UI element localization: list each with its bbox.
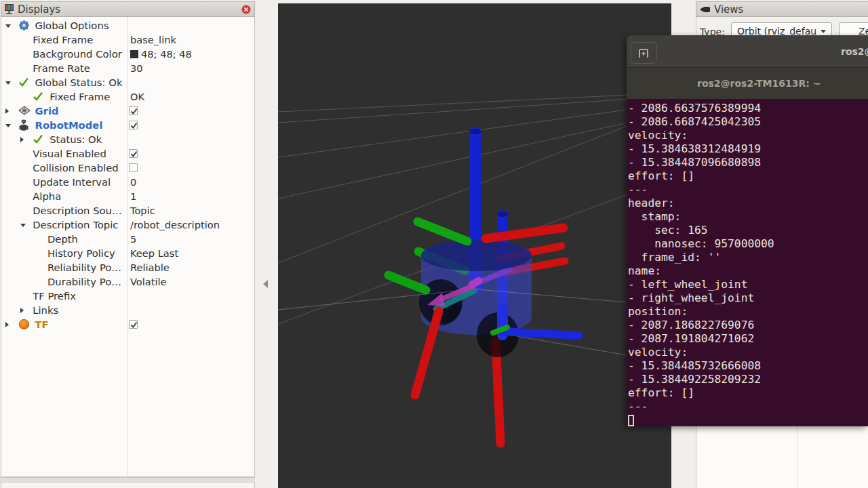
displays-row-global-options[interactable]: Global Options bbox=[1, 18, 254, 33]
terminal-tab-bar[interactable]: ros2@ros2-TM1613R: ~ bbox=[627, 68, 868, 99]
views-panel-icon bbox=[699, 5, 711, 14]
row-label: Fixed Frame bbox=[33, 33, 93, 47]
terminal-cursor bbox=[628, 415, 634, 426]
row-value[interactable]: Keep Last bbox=[130, 246, 178, 260]
expander-closed-icon[interactable] bbox=[20, 137, 24, 142]
row-value[interactable]: Reliable bbox=[130, 260, 170, 274]
terminal-line: effort: [] bbox=[628, 169, 868, 183]
checkbox-checked[interactable] bbox=[129, 320, 138, 329]
displays-row-durability-po-[interactable]: Durability Po…Volatile bbox=[1, 274, 254, 289]
row-label: TF bbox=[35, 317, 49, 331]
terminal-tab-label[interactable]: ros2@ros2-TM1613R: ~ bbox=[697, 68, 816, 99]
expander-closed-icon[interactable] bbox=[5, 322, 9, 327]
displays-row-alpha[interactable]: Alpha1 bbox=[1, 189, 254, 203]
terminal-header-bar[interactable]: ros2@ros2-TM1613R: ~ bbox=[627, 35, 868, 68]
row-value[interactable]: base_link bbox=[130, 33, 176, 47]
row-label: Durability Po… bbox=[47, 274, 121, 289]
terminal-line: - left_wheel_joint bbox=[628, 278, 868, 291]
expander-open-icon[interactable] bbox=[5, 24, 11, 28]
terminal-line: - 2086.6637576389994 bbox=[628, 102, 868, 115]
terminal-line: - 15.384487096680898 bbox=[628, 156, 868, 169]
row-label: Background Color bbox=[33, 47, 122, 61]
displays-row-links[interactable]: Links bbox=[1, 303, 254, 317]
3d-viewport[interactable] bbox=[278, 3, 671, 488]
terminal-line: - 2086.6687425042305 bbox=[628, 115, 868, 129]
terminal-line: sec: 165 bbox=[628, 224, 868, 237]
terminal-line: frame_id: '' bbox=[628, 251, 868, 264]
displays-bottom-splitter[interactable] bbox=[0, 477, 255, 483]
displays-row-update-interval[interactable]: Update Interval0 bbox=[1, 175, 254, 189]
row-label: Fixed Frame bbox=[50, 89, 110, 104]
displays-row-description-topic[interactable]: Description Topic/robot_description bbox=[1, 218, 254, 232]
displays-row-visual-enabled[interactable]: Visual Enabled bbox=[1, 146, 254, 161]
displays-row-background-color[interactable]: Background Color48; 48; 48 bbox=[1, 47, 254, 61]
displays-row-global-status-ok[interactable]: Global Status: Ok bbox=[1, 75, 254, 89]
displays-panel-close-button[interactable] bbox=[241, 5, 251, 14]
terminal-line: velocity: bbox=[628, 346, 868, 359]
expander-closed-icon[interactable] bbox=[5, 108, 9, 114]
panel-collapse-arrow-icon[interactable] bbox=[263, 280, 268, 288]
expander-closed-icon[interactable] bbox=[20, 308, 24, 313]
row-value[interactable]: 0 bbox=[130, 175, 136, 189]
terminal-line: position: bbox=[628, 305, 868, 319]
row-value[interactable]: 30 bbox=[130, 61, 143, 75]
views-panel-header[interactable]: Views bbox=[696, 1, 868, 17]
displays-row-reliability-po-[interactable]: Reliability Po…Reliable bbox=[1, 260, 254, 274]
row-value[interactable]: 5 bbox=[130, 232, 136, 246]
displays-row-fixed-frame[interactable]: Fixed Framebase_link bbox=[1, 33, 254, 47]
row-label: Depth bbox=[47, 232, 78, 246]
row-value[interactable]: OK bbox=[130, 89, 144, 104]
check-icon bbox=[18, 77, 30, 88]
expander-open-icon[interactable] bbox=[5, 81, 11, 85]
row-value[interactable]: 1 bbox=[130, 189, 136, 203]
row-label: Update Interval bbox=[33, 175, 111, 189]
displays-row-history-policy[interactable]: History PolicyKeep Last bbox=[1, 246, 254, 260]
displays-row-description-sou-[interactable]: Description Sou…Topic bbox=[1, 203, 254, 218]
row-value-color[interactable]: 48; 48; 48 bbox=[130, 47, 192, 61]
displays-row-tf-prefix[interactable]: TF Prefix bbox=[1, 289, 254, 303]
row-label: TF Prefix bbox=[33, 289, 76, 303]
row-label: Description Sou… bbox=[33, 203, 122, 218]
row-value[interactable]: Volatile bbox=[130, 274, 167, 289]
grid-icon bbox=[18, 105, 30, 117]
row-label: History Policy bbox=[47, 246, 115, 260]
row-value[interactable]: /robot_description bbox=[130, 218, 220, 232]
displays-panel-title: Displays bbox=[18, 3, 60, 16]
checkbox-checked[interactable] bbox=[129, 149, 138, 158]
expander-open-icon[interactable] bbox=[5, 124, 11, 127]
displays-row-status-ok[interactable]: Status: Ok bbox=[1, 132, 254, 146]
terminal-line: name: bbox=[628, 264, 868, 278]
displays-row-fixed-frame[interactable]: Fixed FrameOK bbox=[1, 89, 254, 104]
terminal-line: - right_wheel_joint bbox=[628, 291, 868, 305]
displays-panel: Displays Global OptionsFixed Framebase_l… bbox=[0, 0, 255, 488]
terminal-line: nanosec: 957000000 bbox=[628, 237, 868, 251]
row-value[interactable]: Topic bbox=[130, 203, 155, 218]
terminal-new-tab-button[interactable] bbox=[631, 42, 657, 64]
expander-open-icon[interactable] bbox=[20, 224, 26, 227]
terminal-line: --- bbox=[628, 183, 868, 197]
checkbox-checked[interactable] bbox=[129, 106, 138, 115]
checkbox-unchecked[interactable] bbox=[129, 163, 138, 172]
terminal-window[interactable]: ros2@ros2-TM1613R: ~ ros2@ros2-TM1613R: … bbox=[627, 35, 868, 426]
terminal-line: stamp: bbox=[628, 210, 868, 224]
displays-row-frame-rate[interactable]: Frame Rate30 bbox=[1, 61, 254, 75]
terminal-output[interactable]: - 2086.6637576389994- 2086.6687425042305… bbox=[627, 99, 868, 426]
row-label: Description Topic bbox=[33, 218, 118, 232]
displays-row-collision-enabled[interactable]: Collision Enabled bbox=[1, 161, 254, 175]
displays-panel-header[interactable]: Displays bbox=[1, 1, 255, 17]
terminal-window-title: ros2@ros2-TM1613R: ~ bbox=[841, 35, 868, 68]
row-label: Grid bbox=[35, 104, 59, 118]
terminal-line: header: bbox=[628, 197, 868, 210]
row-label: Visual Enabled bbox=[33, 146, 106, 161]
displays-row-depth[interactable]: Depth5 bbox=[1, 232, 254, 246]
row-label: Reliability Po… bbox=[47, 260, 121, 274]
check-icon bbox=[33, 134, 44, 145]
displays-row-tf[interactable]: TF bbox=[1, 317, 254, 331]
displays-row-robotmodel[interactable]: RobotModel bbox=[1, 118, 254, 132]
terminal-line: --- bbox=[628, 400, 868, 413]
robot-icon bbox=[18, 119, 30, 131]
checkbox-checked[interactable] bbox=[129, 121, 138, 129]
terminal-line: velocity: bbox=[628, 129, 868, 142]
displays-row-grid[interactable]: Grid bbox=[1, 104, 254, 118]
displays-button-row-clipped bbox=[1, 483, 255, 488]
